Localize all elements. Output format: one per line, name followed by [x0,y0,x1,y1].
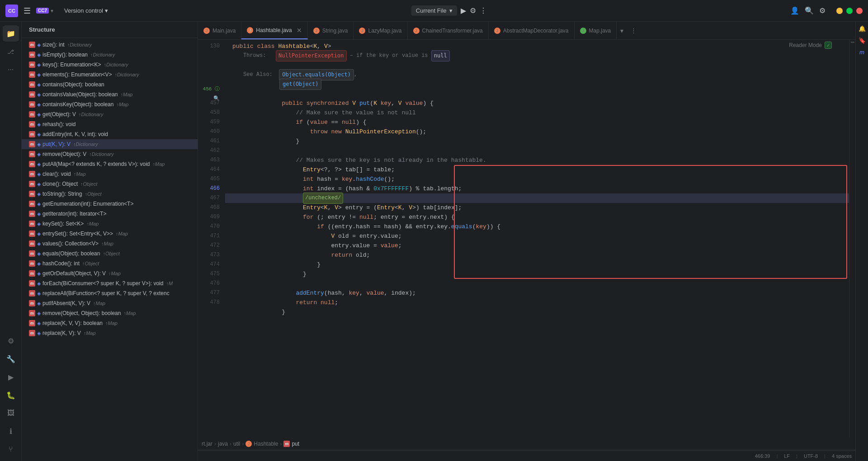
list-item[interactable]: m ◈ rehash(): void [22,119,198,129]
current-file-button[interactable]: Current File ▾ [411,5,457,16]
method-type: ↑Map [74,171,86,177]
list-item[interactable]: m ◈ entrySet(): Set<Entry<K, V>> ↑Map [22,229,198,239]
tab-more-button[interactable]: ▾ [617,22,627,39]
sidebar-icon-git2[interactable]: ⑂ [3,441,19,457]
sidebar-icon-settings[interactable]: ⚙ [3,333,19,349]
breadcrumb-java[interactable]: java [218,441,228,447]
preferences-icon[interactable]: ⚙ [819,6,826,15]
gutter-line: 466 [198,184,220,193]
tab-main-java[interactable]: J Main.java [198,22,241,39]
list-item-active[interactable]: m ◈ put(K, V): V ↑Dictionary [22,139,198,149]
method-badge: m [29,250,35,257]
tab-lazymap-java[interactable]: J LazyMap.java [354,22,407,39]
list-item[interactable]: m ◈ keySet(): Set<K> ↑Map [22,219,198,229]
list-item[interactable]: m ◈ contains(Object): boolean [22,80,198,89]
list-item[interactable]: m ◈ replace(K, V): V ↑Map [22,328,198,338]
list-item[interactable]: m ◈ elements(): Enumeration<V> ↑Dictiona… [22,70,198,80]
sidebar-icon-image[interactable]: 🖼 [3,405,19,421]
method-icon: ◈ [37,102,41,108]
list-item[interactable]: m ◈ equals(Object): boolean ↑Object [22,249,198,259]
method-icon: ◈ [37,42,41,48]
tab-label-hashtable: Hashtable.java [256,27,292,33]
list-item[interactable]: m ◈ clear(): void ↑Map [22,169,198,179]
main-layout: 📁 ⎇ ··· ⚙ 🔧 ▶ 🐛 🖼 ℹ ⑂ Structure m ◈ size… [0,22,868,461]
code-area[interactable]: public class Hashtable<K, V> Throws: Nul… [225,40,849,437]
right-icon-bookmark[interactable]: 🔖 [857,35,867,45]
sidebar-icon-tools[interactable]: 🔧 [3,351,19,367]
tab-label-abstract: AbstractMapDecorator.java [503,28,569,34]
list-item[interactable]: m ◈ getIterator(int): Iterator<T> [22,209,198,219]
sidebar-icon-debug[interactable]: 🐛 [3,387,19,403]
list-item[interactable]: m ◈ get(Object): V ↑Dictionary [22,109,198,119]
method-badge: m [29,161,35,167]
code-line [225,146,849,155]
breadcrumb-util[interactable]: util [233,441,240,447]
gutter-line [198,61,220,70]
list-item[interactable]: m ◈ containsValue(Object): boolean ↑Map [22,89,198,99]
list-item[interactable]: m ◈ putIfAbsent(K, V): V ↑Map [22,298,198,308]
run-button[interactable]: ▶ [461,6,466,15]
list-item[interactable]: m ◈ size(): int ↑Dictionary [22,40,198,50]
breadcrumb-put[interactable]: put [292,441,299,447]
method-icon: ◈ [37,122,41,127]
method-name: containsKey(Object): boolean [42,101,113,108]
cursor-position: 466:39 [755,453,770,459]
code-line: return old; [225,250,849,260]
method-badge: m [29,240,35,247]
list-item[interactable]: m ◈ hashCode(): int ↑Object [22,259,198,268]
code-line: } [225,136,849,146]
sidebar-icon-info[interactable]: ℹ [3,423,19,439]
sidebar-icon-folder[interactable]: 📁 [3,25,19,42]
list-item[interactable]: m ◈ containsKey(Object): boolean ↑Map [22,99,198,109]
method-type: ↑Map [84,330,96,336]
gutter-line: 474 [198,260,220,269]
tab-speaker-button[interactable]: ⋮ [627,22,640,39]
breadcrumb-rt-jar[interactable]: rt.jar [202,441,212,447]
profile-icon[interactable]: 👤 [790,6,799,15]
list-item[interactable]: m ◈ isEmpty(): boolean ↑Dictionary [22,50,198,60]
tab-chainedtransformer-java[interactable]: J ChainedTransformer.java [408,22,489,39]
list-item[interactable]: m ◈ putAll(Map<? extends K, ? extends V>… [22,159,198,169]
list-item[interactable]: m ◈ values(): Collection<V> ↑Map [22,239,198,249]
list-item[interactable]: m ◈ getOrDefault(Object, V): V ↑Map [22,268,198,278]
hamburger-menu[interactable]: ☰ [22,4,33,18]
sidebar-icon-more[interactable]: ··· [3,61,19,78]
close-button[interactable]: ✕ [856,8,863,14]
tab-hashtable-java[interactable]: J Hashtable.java ✕ [241,22,307,39]
sidebar-icon-git[interactable]: ⎇ [3,43,19,60]
gutter-line: 464 [198,165,220,174]
tab-abstractmap-java[interactable]: J AbstractMapDecorator.java [489,22,575,39]
method-icon: ◈ [37,132,41,137]
breadcrumb-hashtable[interactable]: Hashtable [254,441,278,447]
list-item[interactable]: m ◈ remove(Object): V ↑Dictionary [22,149,198,159]
list-item[interactable]: m ◈ toString(): String ↑Object [22,189,198,199]
version-control-label[interactable]: Version control ▾ [64,7,108,14]
list-item[interactable]: m ◈ clone(): Object ↑Object [22,179,198,189]
method-icon: ◈ [37,181,41,187]
list-item[interactable]: m ◈ getEnumeration(int): Enumeration<T> [22,199,198,209]
minimize-button[interactable]: ─ [836,8,843,14]
scrollbar-thumb[interactable] [851,42,854,43]
right-icon-notifications[interactable]: 🔔 [857,24,867,33]
search-icon[interactable]: 🔍 [805,6,814,15]
gutter-line: 130 [198,42,220,51]
list-item[interactable]: m ◈ replaceAll(BiFunction<? super K, ? s… [22,288,198,298]
list-item[interactable]: m ◈ remove(Object, Object): boolean ↑Map [22,308,198,318]
settings-icon[interactable]: ⚙ [470,6,476,15]
gutter-line: 462 [198,146,220,155]
maximize-button[interactable]: □ [846,8,853,14]
tab-label-chained: ChainedTransformer.java [422,28,483,34]
list-item[interactable]: m ◈ replace(K, V, V): boolean ↑Map [22,318,198,328]
more-options-icon[interactable]: ⋮ [480,6,487,15]
tab-label-lazymap: LazyMap.java [368,28,401,34]
tab-string-java[interactable]: J String.java [308,22,354,39]
tab-close-hashtable[interactable]: ✕ [297,27,302,34]
sidebar-icon-run[interactable]: ▶ [3,369,19,385]
project-selector[interactable]: CC7 ▾ [36,8,53,14]
list-item[interactable]: m ◈ forEach(BiConsumer<? super K, ? supe… [22,278,198,288]
method-badge: m [29,270,35,277]
tab-map-java[interactable]: J Map.java [575,22,617,39]
list-item[interactable]: m ◈ addEntry(int, K, V, int): void [22,129,198,139]
list-item[interactable]: m ◈ keys(): Enumeration<K> ↑Dictionary [22,60,198,70]
window-controls: ─ □ ✕ [836,8,863,14]
